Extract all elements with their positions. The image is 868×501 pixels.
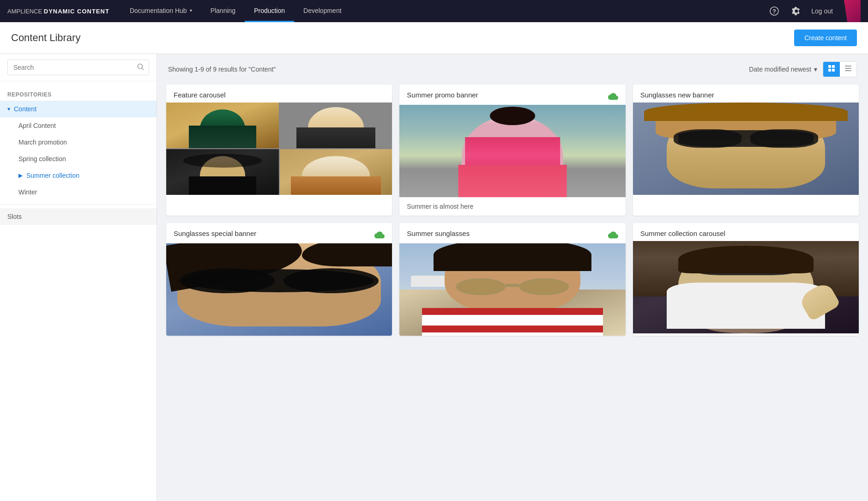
grid-view-button[interactable]: [823, 62, 840, 77]
card-summer-sunglasses-image: [399, 243, 625, 336]
card-summer-sunglasses-header: Summer sunglasses: [399, 223, 625, 243]
chevron-down-icon: ▾: [190, 8, 192, 13]
svg-rect-10: [845, 68, 851, 69]
sort-dropdown[interactable]: Date modified newest ▾: [749, 66, 817, 73]
sidebar-item-slots[interactable]: Slots: [0, 208, 157, 225]
check-cloud-icon-1: [374, 229, 385, 240]
card-summer-sunglasses[interactable]: Summer sunglasses: [399, 223, 625, 336]
sidebar-divider: [0, 204, 157, 205]
content-area: Showing 1-9 of 9 results for "Content" D…: [157, 54, 868, 501]
card-summer-promo-banner-image: [399, 105, 625, 197]
nav-tab-production[interactable]: Production: [245, 0, 294, 22]
search-container: [7, 60, 149, 75]
svg-rect-11: [845, 70, 851, 71]
page-header: Content Library Create content: [0, 22, 868, 54]
svg-rect-7: [828, 69, 831, 72]
nav-tab-planning[interactable]: Planning: [201, 0, 245, 22]
svg-rect-6: [832, 65, 835, 68]
create-content-button[interactable]: Create content: [794, 30, 857, 46]
sidebar-item-content[interactable]: ▾ Content: [0, 101, 157, 117]
brand-amplience: AMPLIENCE: [7, 8, 42, 15]
card-summer-collection-carousel[interactable]: Summer collection carousel: [633, 223, 859, 336]
svg-text:?: ?: [772, 8, 776, 15]
nav-tab-planning-label: Planning: [211, 7, 236, 14]
content-toolbar: Showing 1-9 of 9 results for "Content" D…: [166, 61, 859, 77]
sidebar: Repositories ▾ Content April Content Mar…: [0, 54, 157, 501]
sidebar-item-winter[interactable]: Winter: [0, 184, 157, 200]
card-summer-sunglasses-title: Summer sunglasses: [407, 229, 470, 237]
card-summer-promo-banner-title: Summer promo banner: [407, 91, 478, 99]
card-summer-collection-carousel-image: [633, 241, 859, 333]
card-summer-collection-carousel-title: Summer collection carousel: [640, 229, 725, 237]
card-summer-collection-carousel-header: Summer collection carousel: [633, 223, 859, 241]
card-feature-carousel-header: Feature carousel: [166, 85, 392, 103]
sidebar-item-slots-label: Slots: [7, 213, 22, 220]
sidebar-item-march-promotion[interactable]: March promotion: [0, 134, 157, 151]
list-view-button[interactable]: [840, 62, 856, 77]
chevron-down-icon: ▾: [7, 106, 10, 112]
sort-chevron-icon: ▾: [814, 66, 817, 73]
card-sunglasses-new-banner-image: [633, 103, 859, 195]
card-sunglasses-new-banner-title: Sunglasses new banner: [640, 91, 714, 99]
logout-button[interactable]: Log out: [811, 7, 833, 15]
nav-tabs: Documentation Hub ▾ Planning Production …: [121, 0, 767, 22]
nav-right-actions: ? Log out: [767, 0, 861, 22]
nav-tab-development[interactable]: Development: [294, 0, 351, 22]
sidebar-item-summer-collection-label: Summer collection: [26, 172, 79, 179]
sidebar-item-spring-collection-label: Spring collection: [18, 155, 66, 163]
sidebar-item-content-label: Content: [14, 105, 36, 113]
nav-tab-documentation-hub[interactable]: Documentation Hub ▾: [121, 0, 201, 22]
nav-tab-documentation-hub-label: Documentation Hub: [130, 7, 187, 14]
card-summer-promo-banner-text: Summer is almost here: [399, 197, 625, 216]
top-navigation: AMPLIENCE DYNAMIC CONTENT Documentation …: [0, 0, 868, 22]
card-feature-carousel-image: [166, 103, 392, 195]
svg-rect-8: [832, 69, 835, 72]
view-toggle: [823, 61, 857, 77]
toolbar-right: Date modified newest ▾: [749, 61, 857, 77]
svg-line-4: [142, 68, 144, 70]
card-sunglasses-special-banner-image: [166, 243, 392, 336]
settings-icon[interactable]: [789, 4, 804, 18]
sidebar-item-april-content-label: April Content: [18, 122, 56, 129]
brand-logo: AMPLIENCE DYNAMIC CONTENT: [7, 8, 109, 15]
card-feature-carousel-title: Feature carousel: [174, 91, 226, 99]
card-sunglasses-new-banner-header: Sunglasses new banner: [633, 85, 859, 103]
nav-accent: [844, 0, 861, 22]
nav-tab-development-label: Development: [303, 7, 342, 14]
sidebar-arrow-icon: ▶: [18, 172, 23, 179]
sidebar-item-spring-collection[interactable]: Spring collection: [0, 151, 157, 167]
main-layout: Repositories ▾ Content April Content Mar…: [0, 54, 868, 501]
card-feature-carousel[interactable]: Feature carousel: [166, 85, 392, 216]
cloud-icon: [608, 91, 618, 101]
svg-point-2: [795, 10, 798, 12]
card-sunglasses-special-banner[interactable]: Sunglasses special banner: [166, 223, 392, 336]
sort-label: Date modified newest: [749, 66, 811, 73]
card-summer-promo-banner-subtitle: Summer is almost here: [407, 203, 473, 210]
help-icon[interactable]: ?: [767, 4, 782, 18]
content-grid: Feature carousel: [166, 85, 859, 336]
card-sunglasses-new-banner[interactable]: Sunglasses new banner: [633, 85, 859, 216]
page-title: Content Library: [11, 32, 80, 44]
search-icon: [137, 63, 145, 72]
card-sunglasses-special-banner-header: Sunglasses special banner: [166, 223, 392, 243]
repositories-label: Repositories: [0, 89, 157, 101]
sidebar-item-april-content[interactable]: April Content: [0, 117, 157, 134]
check-cloud-icon-2: [608, 229, 618, 240]
results-text: Showing 1-9 of 9 results for "Content": [168, 66, 276, 73]
card-sunglasses-special-banner-title: Sunglasses special banner: [174, 229, 256, 237]
search-input[interactable]: [7, 60, 149, 75]
brand-product: DYNAMIC CONTENT: [44, 8, 109, 15]
card-summer-promo-banner[interactable]: Summer promo banner: [399, 85, 625, 216]
svg-rect-5: [828, 65, 831, 68]
sidebar-item-summer-collection[interactable]: ▶ Summer collection: [0, 167, 157, 184]
sidebar-content: Repositories ▾ Content April Content Mar…: [0, 81, 157, 232]
card-summer-promo-banner-header: Summer promo banner: [399, 85, 625, 105]
search-bar: [0, 54, 157, 81]
sidebar-item-winter-label: Winter: [18, 188, 37, 196]
sidebar-item-march-promotion-label: March promotion: [18, 139, 67, 146]
nav-tab-production-label: Production: [254, 7, 285, 14]
svg-rect-9: [845, 66, 851, 66]
